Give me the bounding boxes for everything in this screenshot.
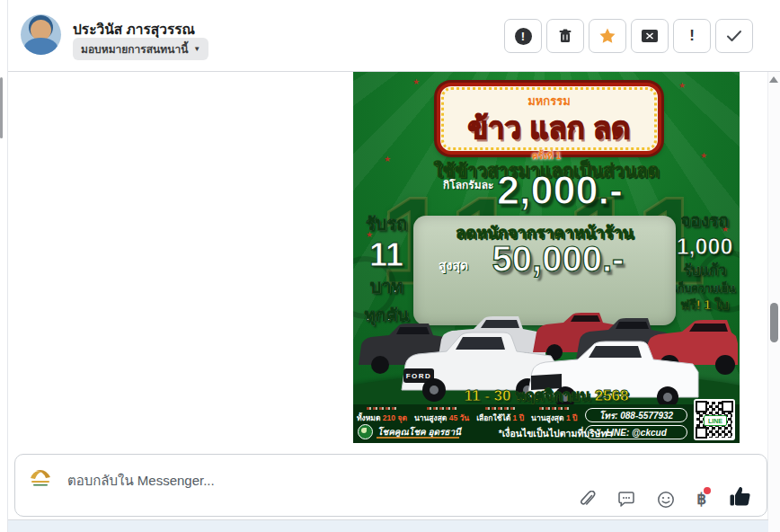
chevron-down-icon: ▼ (193, 45, 200, 53)
stat-item: นานสูงสุด 45 วัน (414, 407, 469, 424)
qr-finder (722, 401, 733, 412)
left-scrollbar-thumb[interactable] (0, 77, 3, 138)
attach-button[interactable] (579, 491, 596, 509)
stat-fineprint (367, 407, 397, 410)
important-button[interactable]: ! (673, 19, 711, 53)
qr-line-label: LINE (704, 415, 727, 426)
assign-label: มอบหมายการสนทนานี้ (81, 40, 188, 58)
comment-bubble-icon (617, 492, 635, 509)
important-icon: ! (689, 27, 695, 45)
offer-text: รับแก้ว (669, 259, 740, 281)
line-qr-code: LINE (694, 399, 735, 440)
scrollbar-thumb[interactable] (770, 303, 778, 342)
qr-finder (696, 401, 707, 412)
phone-pill: โทร: 088-5577932 (585, 408, 687, 422)
notification-dot (704, 487, 711, 494)
scroll-up-arrow[interactable] (769, 76, 778, 83)
reply-input[interactable]: ตอบกลับใน Messenger... (67, 470, 215, 492)
offer-text: 1,000 (669, 234, 740, 259)
stat-fineprint (539, 407, 570, 410)
report-icon: ! (515, 28, 532, 45)
conversation-view: ประวินัส ภารสุวรรณ มอบหมายการสนทนานี้ ▼ … (0, 0, 780, 532)
smiley-icon (657, 491, 675, 509)
conversation-actions: ! (504, 19, 753, 53)
offer-text: เก็บความเย็น (669, 281, 740, 296)
line-id-pill: LINE: @ckcud (585, 425, 687, 439)
reply-composer[interactable]: ตอบกลับใน Messenger... (14, 454, 767, 517)
offer-text: จองรถ (669, 207, 740, 234)
poster-footer: ทั้งหมด 210 จุด นานสูงสุด 45 วัน เลือกใช… (353, 404, 740, 443)
like-button[interactable] (728, 485, 752, 509)
conversation-header: ประวินัส ภารสุวรรณ มอบหมายการสนทนานี้ ▼ … (8, 0, 780, 72)
bottom-strip (8, 520, 768, 532)
svg-text:FORD: FORD (406, 372, 432, 380)
qr-finder (696, 427, 707, 439)
saved-replies-button[interactable] (617, 492, 635, 509)
payment-button[interactable]: ฿ (696, 491, 706, 509)
report-button[interactable]: ! (504, 19, 542, 53)
message-attachment-image[interactable]: 11.11 ★ ★ ★ ★ ★ ★ มหกรรม ข้าว แลก ลด ครั… (353, 72, 740, 443)
contact-avatar[interactable] (21, 14, 61, 55)
mark-unread-icon (641, 29, 659, 43)
offer-text: รับรถ (353, 209, 420, 238)
promo-stats: ทั้งหมด 210 จุด นานสูงสุด 45 วัน เลือกใช… (357, 407, 577, 424)
star-decor: ★ (412, 77, 420, 86)
event-badge: มหกรรม ข้าว แลก ลด (437, 83, 661, 155)
per-kg-price: 2,000.- (407, 167, 713, 214)
badge-title: ข้าว แลก ลด (440, 104, 658, 152)
stat-fineprint (485, 407, 516, 410)
stat-fineprint (427, 407, 457, 410)
stat-item: เลือกใช้ได้ 1 ปี (476, 407, 524, 424)
stat-item: ทั้งหมด 210 จุด (357, 407, 407, 424)
paperclip-icon (579, 491, 596, 509)
page-logo-avatar (28, 466, 53, 490)
dealer-tagline (377, 437, 459, 439)
emoji-button[interactable] (657, 491, 675, 509)
promo-dates: 11 - 30 พฤศจิกายน 2568 (353, 383, 740, 407)
done-icon (726, 30, 742, 42)
max-price: 50,000.- (440, 239, 676, 279)
stat-item: นานสูงสุด 1 ปี (531, 407, 577, 424)
trash-icon (557, 28, 573, 44)
offer-text: 11 (353, 238, 420, 272)
delete-button[interactable] (546, 19, 584, 53)
dealer-logo-icon (358, 424, 373, 439)
mark-done-button[interactable] (715, 19, 753, 53)
vertical-scrollbar[interactable] (767, 72, 780, 532)
assign-conversation-button[interactable]: มอบหมายการสนทนานี้ ▼ (73, 38, 208, 60)
star-button[interactable] (589, 19, 626, 53)
star-decor: ★ (678, 81, 686, 90)
composer-toolbar: ฿ (579, 485, 752, 509)
thumbs-up-icon (728, 485, 752, 509)
mark-unread-button[interactable] (631, 19, 669, 53)
star-icon (598, 27, 616, 45)
left-panel-edge (0, 0, 8, 532)
